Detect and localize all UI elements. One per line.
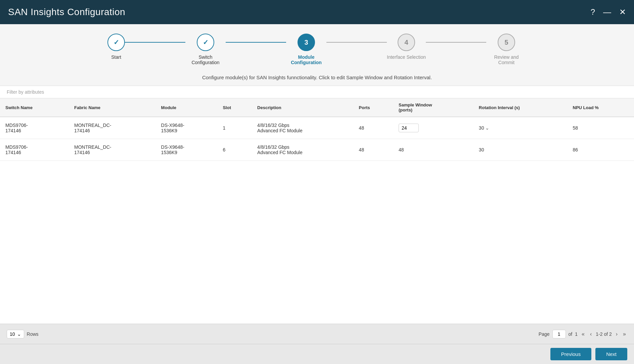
- cell-npu-load: 58: [568, 117, 634, 139]
- app-header: SAN Insights Configuration ? — ✕: [0, 0, 634, 24]
- filter-placeholder: Filter by attributes: [7, 89, 44, 95]
- data-table-container: Switch Name Fabric Name Module Slot Desc…: [0, 98, 634, 324]
- cell-switch-name: MDS9706-174146: [0, 139, 69, 161]
- next-page-button[interactable]: ›: [615, 330, 619, 338]
- minimize-icon[interactable]: —: [603, 8, 611, 16]
- connector-1: [125, 42, 185, 43]
- cell-module: DS-X9648-1536K9: [156, 117, 218, 139]
- pagination-footer: 10 ⌄ Rows Page of 1 « ‹ 1-2 of 2 › »: [0, 324, 634, 344]
- table-row: MDS9706-174146 MONTREAL_DC-174146 DS-X96…: [0, 139, 634, 161]
- of-label: of: [569, 331, 573, 337]
- step-4-number: 4: [404, 39, 408, 46]
- filter-bar[interactable]: Filter by attributes: [0, 86, 634, 98]
- page-number-input[interactable]: [552, 330, 566, 338]
- rows-label: Rows: [27, 331, 39, 337]
- step-4-circle: 4: [398, 34, 415, 51]
- rows-per-page-dropdown[interactable]: 10 ⌄: [7, 330, 24, 338]
- cell-ports: 48: [354, 139, 393, 161]
- cell-slot: 6: [217, 139, 252, 161]
- rows-selector[interactable]: 10 ⌄ Rows: [7, 330, 39, 338]
- step-3-module-config: 3 Module Configuration: [286, 34, 326, 65]
- col-switch-name: Switch Name: [0, 98, 69, 117]
- cell-fabric-name: MONTREAL_DC-174146: [69, 139, 156, 161]
- cell-sample-window[interactable]: [393, 117, 473, 139]
- cell-module: DS-X9648-1536K9: [156, 139, 218, 161]
- col-rotation-interval: Rotation Interval (s): [473, 98, 568, 117]
- connector-2: [226, 42, 286, 43]
- first-page-button[interactable]: «: [580, 330, 586, 338]
- stepper-container: ✓ Start ✓ Switch Configuration: [0, 24, 634, 72]
- page-description: Configure module(s) for SAN Insights fun…: [0, 72, 634, 86]
- bottom-area: 10 ⌄ Rows Page of 1 « ‹ 1-2 of 2 › » Pre…: [0, 324, 634, 364]
- col-npu-load: NPU Load %: [568, 98, 634, 117]
- cell-description: 4/8/16/32 GbpsAdvanced FC Module: [252, 117, 354, 139]
- col-slot: Slot: [217, 98, 252, 117]
- cell-rotation-interval: 30: [473, 139, 568, 161]
- step-2-switch-config: ✓ Switch Configuration: [185, 34, 226, 65]
- last-page-button[interactable]: »: [622, 330, 627, 338]
- step-5-review-commit: 5 Review and Commit: [486, 34, 527, 65]
- rotation-value: 30: [479, 125, 484, 131]
- col-description: Description: [252, 98, 354, 117]
- close-icon[interactable]: ✕: [619, 8, 626, 16]
- cell-sample-window: 48: [393, 139, 473, 161]
- chevron-down-icon: ⌄: [17, 331, 21, 337]
- step-5-label: Review and Commit: [486, 54, 527, 65]
- pagination-controls: Page of 1 « ‹ 1-2 of 2 › »: [539, 330, 627, 338]
- table-header-row: Switch Name Fabric Name Module Slot Desc…: [0, 98, 634, 117]
- connector-4: [426, 42, 486, 43]
- cell-ports: 48: [354, 117, 393, 139]
- col-ports: Ports: [354, 98, 393, 117]
- checkmark-icon-2: ✓: [203, 38, 209, 46]
- previous-button[interactable]: Previous: [550, 348, 591, 360]
- cell-fabric-name: MONTREAL_DC-174146: [69, 117, 156, 139]
- step-1-start: ✓ Start: [107, 34, 125, 60]
- step-4-interface-selection: 4 Interface Selection: [387, 34, 426, 60]
- rotation-interval-dropdown[interactable]: 30 ⌄: [479, 125, 562, 131]
- module-table: Switch Name Fabric Name Module Slot Desc…: [0, 98, 634, 161]
- page-label: Page: [539, 331, 550, 337]
- cell-switch-name: MDS9706-174146: [0, 117, 69, 139]
- cell-description: 4/8/16/32 GbpsAdvanced FC Module: [252, 139, 354, 161]
- sample-window-input[interactable]: [399, 124, 419, 132]
- col-sample-window: Sample Window(ports): [393, 98, 473, 117]
- header-icons: ? — ✕: [591, 8, 626, 16]
- prev-page-button[interactable]: ‹: [589, 330, 593, 338]
- step-2-circle: ✓: [197, 34, 214, 51]
- step-4-label: Interface Selection: [387, 54, 426, 60]
- col-module: Module: [156, 98, 218, 117]
- cell-slot: 1: [217, 117, 252, 139]
- help-icon[interactable]: ?: [591, 8, 595, 16]
- main-content: ✓ Start ✓ Switch Configuration: [0, 24, 634, 364]
- step-3-label: Module Configuration: [286, 54, 326, 65]
- step-5-number: 5: [504, 39, 508, 46]
- page-range: 1-2 of 2: [596, 331, 612, 337]
- app-title: SAN Insights Configuration: [8, 7, 125, 17]
- step-5-circle: 5: [498, 34, 515, 51]
- action-footer: Previous Next: [0, 344, 634, 364]
- step-3-circle: 3: [298, 34, 315, 51]
- step-1-label: Start: [111, 54, 121, 60]
- step-2-label: Switch Configuration: [185, 54, 226, 65]
- rows-per-page-value: 10: [10, 331, 15, 337]
- checkmark-icon: ✓: [114, 38, 119, 46]
- table-row: MDS9706-174146 MONTREAL_DC-174146 DS-X96…: [0, 117, 634, 139]
- page-total: 1: [575, 331, 578, 337]
- cell-npu-load: 86: [568, 139, 634, 161]
- stepper: ✓ Start ✓ Switch Configuration: [107, 34, 527, 65]
- col-fabric-name: Fabric Name: [69, 98, 156, 117]
- chevron-down-icon: ⌄: [485, 125, 489, 131]
- step-1-circle: ✓: [107, 34, 125, 51]
- connector-3: [326, 42, 387, 43]
- step-3-number: 3: [304, 39, 308, 46]
- cell-rotation-interval[interactable]: 30 ⌄: [473, 117, 568, 139]
- next-button[interactable]: Next: [595, 348, 627, 360]
